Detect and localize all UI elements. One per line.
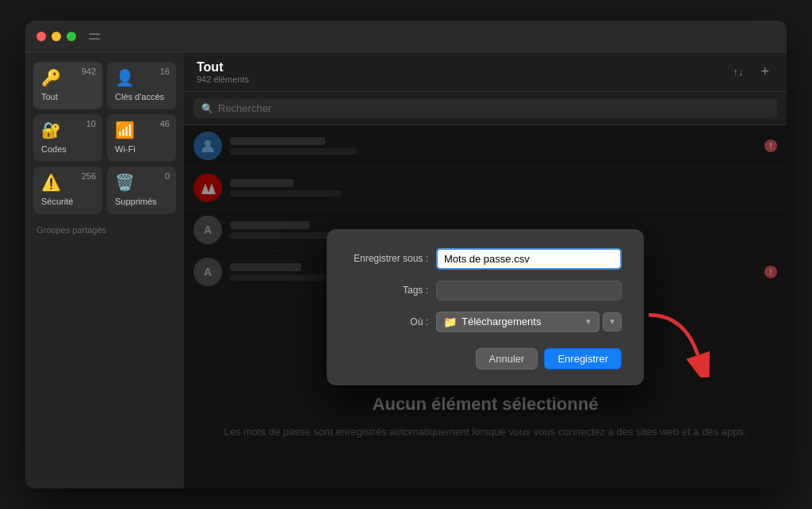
- sidebar: 942 🔑 Tout 16 👤 Clés d'accès 10 🔐 Codes: [25, 52, 184, 488]
- main-content: Tout 942 éléments ↑↓ + 🔍 Rechercher: [184, 52, 787, 488]
- trash-icon: 🗑️: [115, 173, 168, 192]
- save-as-label: Enregistrer sous :: [349, 253, 436, 264]
- toggle-line: [89, 33, 100, 35]
- search-placeholder: Rechercher: [218, 102, 271, 114]
- location-select[interactable]: 📁 Téléchargements ▼: [436, 312, 599, 332]
- expand-location-button[interactable]: ▼: [603, 312, 622, 331]
- supprimes-count: 0: [165, 171, 170, 181]
- save-button[interactable]: Enregistrer: [544, 348, 622, 369]
- sidebar-item-cles[interactable]: 16 👤 Clés d'accès: [107, 62, 176, 109]
- where-label: Où :: [349, 316, 436, 327]
- cancel-button[interactable]: Annuler: [476, 348, 538, 369]
- save-as-input[interactable]: [436, 248, 622, 270]
- toggle-line: [89, 38, 100, 40]
- main-header: Tout 942 éléments ↑↓ +: [184, 52, 787, 92]
- tags-label: Tags :: [349, 285, 436, 296]
- main-title: Tout: [197, 60, 249, 75]
- sort-icon: ↑↓: [733, 66, 743, 78]
- securite-count: 256: [82, 171, 96, 181]
- sidebar-toggle[interactable]: [89, 31, 105, 42]
- maximize-button[interactable]: [67, 32, 76, 41]
- where-row: Où : 📁 Téléchargements ▼ ▼: [349, 312, 622, 332]
- add-icon: +: [760, 63, 769, 79]
- cles-count: 16: [160, 67, 170, 76]
- cles-label: Clés d'accès: [115, 92, 164, 101]
- securite-label: Sécurité: [41, 197, 73, 206]
- location-name: Téléchargements: [462, 316, 541, 327]
- search-bar: 🔍 Rechercher: [184, 92, 787, 125]
- main-subtitle: 942 éléments: [197, 75, 249, 84]
- folder-icon: 📁: [443, 316, 457, 328]
- search-input-wrap[interactable]: 🔍 Rechercher: [193, 98, 777, 118]
- tags-input[interactable]: [436, 281, 622, 300]
- title-bar: [25, 21, 787, 52]
- main-title-group: Tout 942 éléments: [197, 60, 249, 84]
- chevron-down-icon: ▼: [584, 317, 592, 326]
- tags-row: Tags :: [349, 281, 622, 300]
- traffic-lights: [36, 32, 76, 41]
- tout-label: Tout: [41, 92, 58, 101]
- wifi-label: Wi-Fi: [115, 144, 136, 154]
- supprimes-label: Supprimés: [115, 197, 157, 206]
- save-as-row: Enregistrer sous :: [349, 248, 622, 270]
- sort-button[interactable]: ↑↓: [728, 63, 748, 81]
- tout-count: 942: [82, 67, 96, 76]
- sidebar-grid: 942 🔑 Tout 16 👤 Clés d'accès 10 🔐 Codes: [33, 62, 176, 214]
- dialog-buttons: Annuler Enregistrer: [349, 348, 622, 369]
- codes-count: 10: [86, 119, 96, 128]
- list-area: ! A: [184, 125, 787, 488]
- sidebar-item-codes[interactable]: 10 🔐 Codes: [33, 114, 102, 162]
- sidebar-item-securite[interactable]: 256 ⚠️ Sécurité: [33, 166, 102, 214]
- codes-label: Codes: [41, 144, 67, 154]
- app-body: 942 🔑 Tout 16 👤 Clés d'accès 10 🔐 Codes: [25, 52, 787, 488]
- groups-label: Groupes partagés: [33, 219, 176, 238]
- add-button[interactable]: +: [756, 60, 774, 83]
- search-icon: 🔍: [201, 103, 213, 114]
- main-header-actions: ↑↓ +: [728, 60, 774, 83]
- sidebar-item-wifi[interactable]: 46 📶 Wi-Fi: [107, 114, 176, 162]
- sidebar-item-tout[interactable]: 942 🔑 Tout: [33, 62, 102, 109]
- sidebar-item-supprimes[interactable]: 0 🗑️ Supprimés: [107, 166, 176, 214]
- app-window: 942 🔑 Tout 16 👤 Clés d'accès 10 🔐 Codes: [25, 21, 787, 488]
- save-dialog: Enregistrer sous : Tags : Où :: [327, 229, 644, 385]
- wifi-count: 46: [160, 119, 170, 128]
- close-button[interactable]: [36, 32, 46, 41]
- save-dialog-overlay: Enregistrer sous : Tags : Où :: [184, 125, 787, 488]
- location-wrap: 📁 Téléchargements ▼ ▼: [436, 312, 622, 332]
- arrow-indicator: [640, 306, 711, 377]
- minimize-button[interactable]: [52, 32, 61, 41]
